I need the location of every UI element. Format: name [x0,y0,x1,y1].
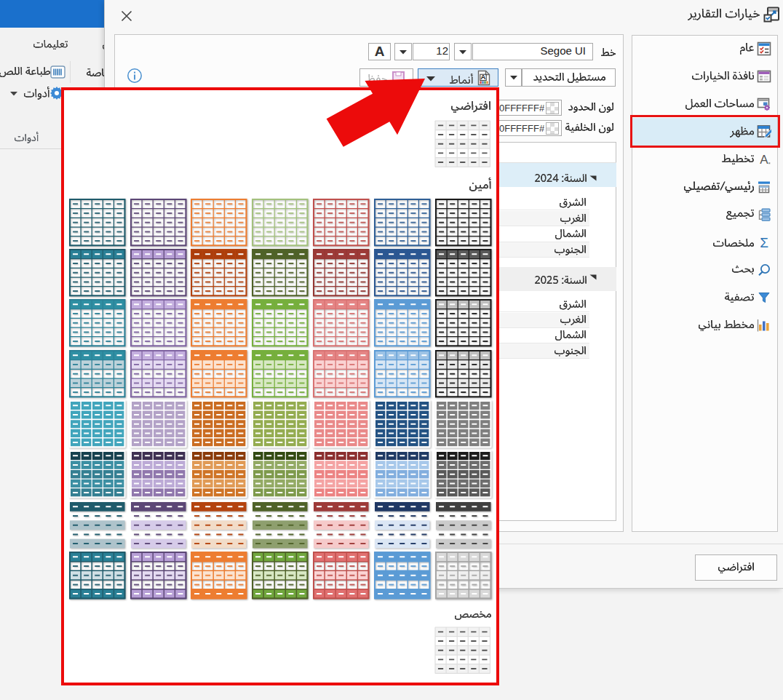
svg-text:A: A [760,153,768,167]
svg-text:A: A [481,73,486,81]
svg-text:Σ: Σ [760,235,768,250]
